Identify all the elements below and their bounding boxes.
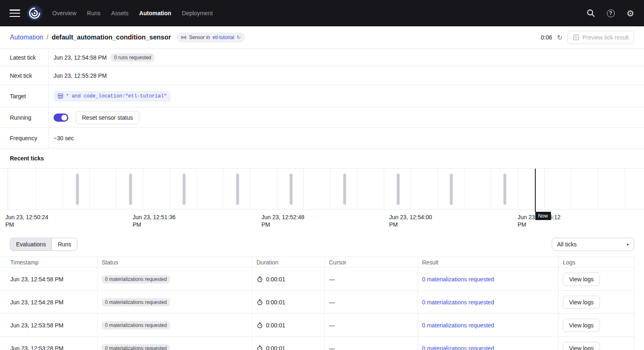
asset-table-icon xyxy=(58,93,63,99)
tick-bar[interactable] xyxy=(236,174,239,205)
reload-code-location-icon[interactable]: ↻ xyxy=(237,35,241,40)
running-toggle[interactable] xyxy=(54,114,68,122)
result-link[interactable]: 0 materializations requested xyxy=(422,299,494,306)
next-tick-time: Jun 23, 12:55:28 PM xyxy=(54,72,107,79)
result-link[interactable]: 0 materializations requested xyxy=(422,322,494,329)
table-row: Jun 23, 12:54:28 PM 0 materializations r… xyxy=(0,291,635,314)
target-selection-text: * and code_location:"etl-tutorial" xyxy=(66,93,167,99)
stopwatch-icon xyxy=(257,322,263,329)
stopwatch-icon xyxy=(257,276,263,283)
tick-bar[interactable] xyxy=(289,174,292,205)
duration-value: 0:00:01 xyxy=(266,299,285,306)
tabs-row: Evaluations Runs All ticks ▾ xyxy=(0,238,644,251)
tick-bar[interactable] xyxy=(450,174,453,205)
stopwatch-icon xyxy=(257,345,263,350)
sensor-badge-label: Sensor in xyxy=(189,35,210,40)
view-segmented-control: Evaluations Runs xyxy=(10,238,77,251)
timestamp-cell: Jun 23, 12:54:58 PM xyxy=(0,268,98,290)
running-label: Running xyxy=(0,107,49,127)
column-header-timestamp: Timestamp xyxy=(0,257,98,267)
timestamp-cell: Jun 23, 12:53:28 PM xyxy=(0,337,98,350)
duration-value: 0:00:01 xyxy=(266,345,285,350)
refresh-icon: ↻ xyxy=(557,34,562,41)
sensor-icon xyxy=(181,35,187,40)
result-link[interactable]: 0 materializations requested xyxy=(422,276,494,283)
ticks-filter-select[interactable]: All ticks ▾ xyxy=(552,238,634,251)
tick-bar[interactable] xyxy=(76,174,79,205)
evaluations-table: Timestamp Status Duration Cursor Result … xyxy=(0,257,635,350)
preview-tick-result-button[interactable]: Preview tick result xyxy=(567,31,634,44)
frequency-label: Frequency xyxy=(0,128,49,148)
target-selection-chip[interactable]: * and code_location:"etl-tutorial" xyxy=(54,91,171,102)
view-logs-button[interactable]: View logs xyxy=(563,273,600,286)
detail-row-frequency: Frequency ~30 sec xyxy=(0,128,644,148)
tick-bar[interactable] xyxy=(183,174,186,205)
status-badge: 0 materializations requested xyxy=(102,275,170,283)
breadcrumb-automation-link[interactable]: Automation xyxy=(10,34,43,41)
nav-item-automation[interactable]: Automation xyxy=(139,10,171,16)
tick-bar[interactable] xyxy=(343,174,346,205)
now-marker-line xyxy=(535,169,536,212)
hamburger-icon xyxy=(9,9,20,11)
page-title: default_automation_condition_sensor xyxy=(51,34,171,41)
ticks-filter-value: All ticks xyxy=(557,241,576,248)
recent-ticks-heading: Recent ticks xyxy=(0,148,644,169)
table-row: Jun 23, 12:53:58 PM 0 materializations r… xyxy=(0,314,635,337)
tick-bar[interactable] xyxy=(504,174,506,205)
result-link[interactable]: 0 materializations requested xyxy=(422,345,494,350)
sensor-badge: Sensor in etl-tutorial ↻ xyxy=(177,32,245,42)
next-tick-label: Next tick xyxy=(0,66,49,85)
settings-button[interactable]: ⚙ xyxy=(625,8,636,19)
cursor-cell: — xyxy=(325,291,418,313)
gear-icon: ⚙ xyxy=(627,9,635,18)
view-logs-button[interactable]: View logs xyxy=(563,342,600,350)
duration-value: 0:00:01 xyxy=(266,322,285,329)
preview-icon xyxy=(573,34,579,41)
search-button[interactable] xyxy=(586,8,596,19)
column-header-cursor: Cursor xyxy=(325,257,418,267)
duration-value: 0:00:01 xyxy=(266,276,285,283)
tick-bar[interactable] xyxy=(397,174,399,205)
tick-bar[interactable] xyxy=(129,174,132,205)
detail-row-next-tick: Next tick Jun 23, 12:55:28 PM xyxy=(0,66,644,85)
latest-tick-label: Latest tick xyxy=(0,49,49,66)
next-tick-countdown: 0:06 xyxy=(541,34,552,41)
nav-item-runs[interactable]: Runs xyxy=(87,10,100,16)
latest-tick-time: Jun 23, 12:54:58 PM xyxy=(54,54,107,61)
tab-runs[interactable]: Runs xyxy=(51,238,77,251)
nav-item-assets[interactable]: Assets xyxy=(111,10,128,16)
column-header-result: Result xyxy=(418,257,559,267)
timeline-axis: Now Jun 23, 12:50:24 PMJun 23, 12:51:36 … xyxy=(0,210,644,230)
frequency-value: ~30 sec xyxy=(54,135,74,141)
refresh-button[interactable]: ↻ xyxy=(557,34,562,42)
target-label: Target xyxy=(0,85,49,107)
column-header-logs: Logs xyxy=(559,257,635,267)
dagster-logo[interactable] xyxy=(27,5,42,21)
help-button[interactable]: ? xyxy=(605,8,616,19)
code-location-link[interactable]: etl-tutorial xyxy=(212,35,234,40)
search-icon xyxy=(586,9,595,18)
timeline-axis-label: Jun 23, 12:54:00 PM xyxy=(389,213,434,228)
column-header-status: Status xyxy=(98,257,252,267)
detail-row-latest-tick: Latest tick Jun 23, 12:54:58 PM 0 runs r… xyxy=(0,49,644,66)
status-badge: 0 materializations requested xyxy=(102,298,170,306)
timeline-axis-label: Jun 23, 12:50:24 PM xyxy=(5,213,51,228)
status-badge: 0 materializations requested xyxy=(102,321,170,329)
tab-evaluations[interactable]: Evaluations xyxy=(10,238,52,251)
view-logs-button[interactable]: View logs xyxy=(563,319,600,332)
now-tooltip: Now xyxy=(535,212,551,220)
status-badge: 0 materializations requested xyxy=(102,344,170,350)
timestamp-cell: Jun 23, 12:53:58 PM xyxy=(0,314,98,336)
stopwatch-icon xyxy=(257,299,263,306)
nav-item-deployment[interactable]: Deployment xyxy=(182,10,213,16)
dagster-logo-icon xyxy=(27,5,42,21)
preview-button-label: Preview tick result xyxy=(582,34,629,41)
table-header-row: Timestamp Status Duration Cursor Result … xyxy=(0,257,635,268)
reset-sensor-status-button[interactable]: Reset sensor status xyxy=(76,111,139,124)
help-icon: ? xyxy=(607,9,615,17)
nav-item-overview[interactable]: Overview xyxy=(52,10,76,16)
tick-timeline xyxy=(0,169,644,210)
menu-button[interactable] xyxy=(9,9,20,17)
view-logs-button[interactable]: View logs xyxy=(563,296,600,309)
cursor-cell: — xyxy=(325,268,418,290)
